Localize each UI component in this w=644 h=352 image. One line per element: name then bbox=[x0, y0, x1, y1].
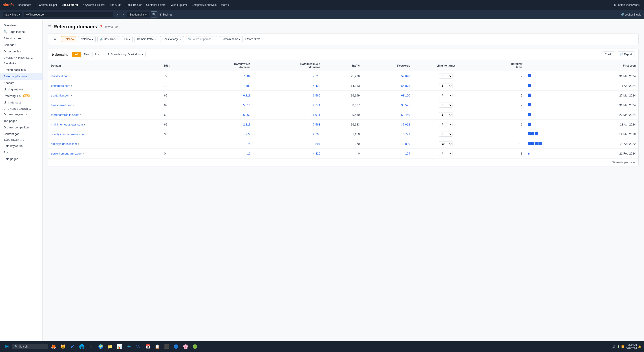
filter-domain-name[interactable]: Domain name ▾ bbox=[219, 36, 243, 42]
sidebar-item-referring-domains[interactable]: Referring domains bbox=[0, 73, 42, 80]
taskbar-telegram[interactable]: ✈ bbox=[125, 342, 133, 351]
menu-icon[interactable]: ☰ bbox=[48, 25, 51, 29]
sidebar-item-organic-competitors[interactable]: Organic competitors bbox=[0, 124, 42, 131]
taskbar-search[interactable]: 🔍 Search bbox=[12, 344, 48, 349]
taskbar-chrome[interactable]: 🌐 bbox=[78, 342, 86, 351]
nav-keywords-explorer[interactable]: Keywords Explorer bbox=[81, 3, 107, 8]
nav-ai-content-helper[interactable]: AI Content Helper bbox=[34, 3, 59, 8]
settings-button[interactable]: ⚙ Settings bbox=[159, 13, 172, 16]
sidebar-section-backlink-profile[interactable]: Backlink profile ▲ bbox=[0, 55, 42, 60]
filter-dr[interactable]: DR ▾ bbox=[122, 36, 133, 42]
api-button[interactable]: { } API bbox=[602, 52, 615, 57]
taskbar-icon-6[interactable]: 🌍 bbox=[96, 342, 105, 351]
taskbar-icon-7[interactable]: 📁 bbox=[106, 342, 114, 351]
sidebar-item-link-intersect[interactable]: Link intersect bbox=[0, 99, 42, 106]
taskbar-icon-3[interactable]: ✔ bbox=[68, 342, 76, 351]
taskbar-icon-12[interactable]: 🔵 bbox=[172, 342, 180, 351]
sidebar-item-top-pages[interactable]: Top pages bbox=[0, 118, 42, 124]
external-link-button[interactable]: ↗ bbox=[115, 12, 120, 17]
sidebar-item-anchors[interactable]: Anchors bbox=[0, 80, 42, 86]
taskbar-icon-2[interactable]: 😺 bbox=[59, 342, 67, 351]
domain-link[interactable]: dailylocal.com ▾ bbox=[51, 74, 158, 78]
export-button[interactable]: 📄 Export bbox=[617, 52, 635, 57]
nav-site-audit[interactable]: Site Audit bbox=[108, 3, 123, 8]
sidebar-item-calendar[interactable]: Calendar bbox=[0, 42, 42, 48]
taskbar-icon-5[interactable]: ⚙ bbox=[87, 342, 95, 351]
taskbar-icon-14[interactable]: 🟢 bbox=[191, 342, 199, 351]
nav-rank-tracker[interactable]: Rank Tracker bbox=[124, 3, 144, 8]
taskbar-firefox[interactable]: 🦊 bbox=[50, 342, 58, 351]
taskbar-icon-13[interactable]: 🌸 bbox=[182, 342, 190, 351]
url-input[interactable] bbox=[24, 12, 114, 17]
windows-start-button[interactable]: ⊞ bbox=[3, 342, 11, 351]
show-history-button[interactable]: 🗓 Show history: Don't show ▾ bbox=[105, 52, 146, 57]
sidebar-item-opportunities[interactable]: Opportunities bbox=[0, 48, 42, 55]
sidebar-item-paid-keywords[interactable]: Paid keywords bbox=[0, 143, 42, 149]
domain-link[interactable]: slutskyelderlaw.com ▾ bbox=[51, 142, 158, 145]
filter-all[interactable]: All bbox=[52, 37, 59, 42]
tab-new[interactable]: New bbox=[82, 52, 92, 57]
domain-link[interactable]: pottsmerc.com ▾ bbox=[51, 84, 158, 87]
nav-more[interactable]: More ▾ bbox=[219, 3, 231, 8]
domain-link[interactable]: trentonian.com ▾ bbox=[51, 94, 158, 97]
taskbar-excel[interactable]: 📊 bbox=[116, 342, 124, 351]
filter-dofollow[interactable]: Dofollow bbox=[61, 36, 76, 42]
taskbar-icon-11[interactable]: ⬛ bbox=[162, 342, 171, 351]
sidebar-item-overview[interactable]: Overview bbox=[0, 22, 42, 29]
filter-domain-traffic[interactable]: Domain traffic ▾ bbox=[134, 36, 158, 42]
col-dr[interactable]: DR ↓ bbox=[161, 60, 193, 71]
filter-links-to-target[interactable]: Links to target ▾ bbox=[160, 36, 184, 42]
links-to-target-select[interactable]: 8 bbox=[439, 132, 452, 136]
nav-dashboard[interactable]: Dashboard bbox=[16, 3, 33, 8]
more-filters-button[interactable]: + More filters bbox=[244, 38, 260, 41]
taskbar-word[interactable]: W bbox=[134, 342, 142, 351]
sidebar-item-content-gap[interactable]: Content gap bbox=[0, 131, 42, 137]
filter-nofollow[interactable]: Nofollow ▾ bbox=[78, 36, 96, 42]
taskbar-calendar[interactable]: 📅 bbox=[144, 342, 152, 351]
sidebar-item-linking-authors[interactable]: Linking authors bbox=[0, 86, 42, 93]
word-phrase-input[interactable]: 🔍 Word or phrase bbox=[186, 36, 217, 42]
nav-content-explorer[interactable]: Content Explorer bbox=[144, 3, 168, 8]
domain-link[interactable]: countylinesmagazine.com ▾ bbox=[51, 132, 158, 136]
links-to-target-select[interactable]: 1 bbox=[439, 151, 452, 156]
links-to-target-select[interactable]: 2 bbox=[439, 103, 452, 107]
links-to-target-select[interactable]: 2 bbox=[439, 83, 452, 88]
sidebar-item-ads[interactable]: Ads bbox=[0, 149, 42, 156]
nav-competitive-analysis[interactable]: Competitive Analysis bbox=[190, 3, 218, 8]
sidebar-item-site-structure[interactable]: Site structure bbox=[0, 35, 42, 42]
cell-bar bbox=[525, 120, 578, 129]
links-to-target-select[interactable]: 2 bbox=[439, 122, 452, 127]
subdomains-button[interactable]: Subdomains ▾ bbox=[127, 12, 149, 17]
user-label[interactable]: adminuser's work... bbox=[618, 3, 641, 7]
filter-best-links[interactable]: 🔗 Best links ▾ bbox=[98, 36, 120, 42]
sidebar-item-organic-keywords[interactable]: Organic keywords bbox=[0, 111, 42, 118]
protocol-button[interactable]: http + https ▾ bbox=[3, 12, 22, 17]
domain-link[interactable]: thereporteronline.com ▾ bbox=[51, 113, 158, 116]
page-title: Referring domains bbox=[54, 24, 97, 30]
cell-domain: countylinesmagazine.com ▾ bbox=[48, 129, 161, 139]
tab-all[interactable]: All bbox=[72, 52, 81, 57]
domain-link[interactable]: seniorhomenearme.com ▾ bbox=[51, 152, 158, 155]
nav-site-explorer[interactable]: Site Explorer bbox=[60, 3, 80, 8]
cell-dofollow-links: 8 bbox=[479, 129, 525, 139]
links-to-target-select[interactable]: 2 bbox=[439, 93, 452, 98]
domain-link[interactable]: mainlinemedianews.com ▾ bbox=[51, 123, 158, 126]
sidebar-item-paid-pages[interactable]: Paid pages bbox=[0, 156, 42, 162]
sidebar-item-referring-ips[interactable]: Referring IPs New bbox=[0, 93, 42, 99]
links-to-target-select[interactable]: 2 bbox=[439, 112, 452, 117]
sidebar-item-broken-backlinks[interactable]: Broken backlinks bbox=[0, 67, 42, 73]
looker-studio-link[interactable]: 🔗 Looker Studio bbox=[621, 13, 641, 16]
domain-link[interactable]: timesherald.com ▾ bbox=[51, 103, 158, 107]
sidebar-item-backlinks[interactable]: Backlinks bbox=[0, 60, 42, 67]
nav-web-explorer[interactable]: Web Explorer bbox=[169, 3, 189, 8]
clear-url-button[interactable]: ✕ bbox=[121, 12, 126, 17]
how-to-use-link[interactable]: ❓ How to use bbox=[99, 25, 118, 29]
links-to-target-select[interactable]: 10 bbox=[439, 141, 452, 146]
sidebar-section-organic-search[interactable]: Organic search ▲ bbox=[0, 106, 42, 111]
links-to-target-select[interactable]: 2 bbox=[439, 74, 452, 79]
sidebar-section-paid-search[interactable]: Paid search ▲ bbox=[0, 137, 42, 143]
search-button[interactable]: 🔍 bbox=[151, 12, 158, 18]
sidebar-item-page-inspect[interactable]: 🔍 Page inspect bbox=[0, 29, 42, 35]
tab-lost[interactable]: Lost bbox=[92, 52, 103, 57]
taskbar-icon-10[interactable]: 📋 bbox=[153, 342, 161, 351]
